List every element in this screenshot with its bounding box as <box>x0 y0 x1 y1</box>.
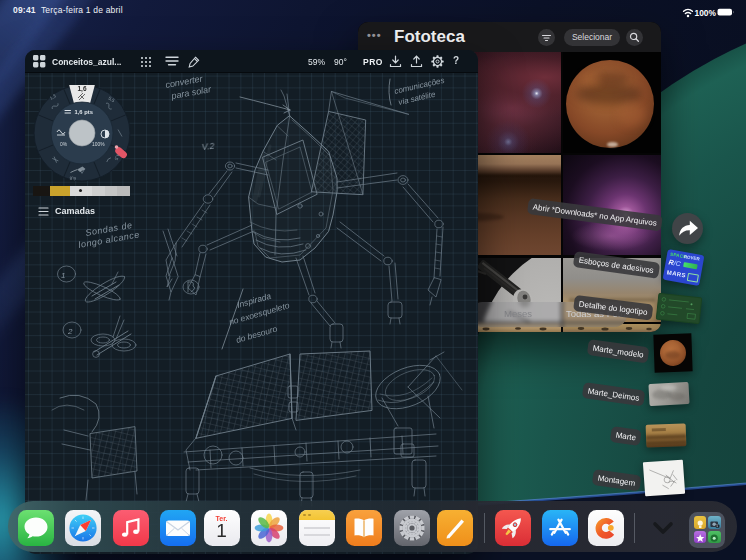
svg-text:0%: 0% <box>60 142 68 147</box>
svg-text:6,8: 6,8 <box>69 176 76 181</box>
svg-text:1: 1 <box>61 271 65 280</box>
svg-text:1,6 pts: 1,6 pts <box>75 109 93 115</box>
svg-text:2: 2 <box>67 327 73 336</box>
svg-text:100%: 100% <box>695 8 717 18</box>
svg-text:do besouro: do besouro <box>235 324 279 345</box>
svg-text:V.2: V.2 <box>201 141 215 152</box>
svg-text:100%: 100% <box>92 142 105 147</box>
svg-text:1,6: 1,6 <box>77 85 86 93</box>
